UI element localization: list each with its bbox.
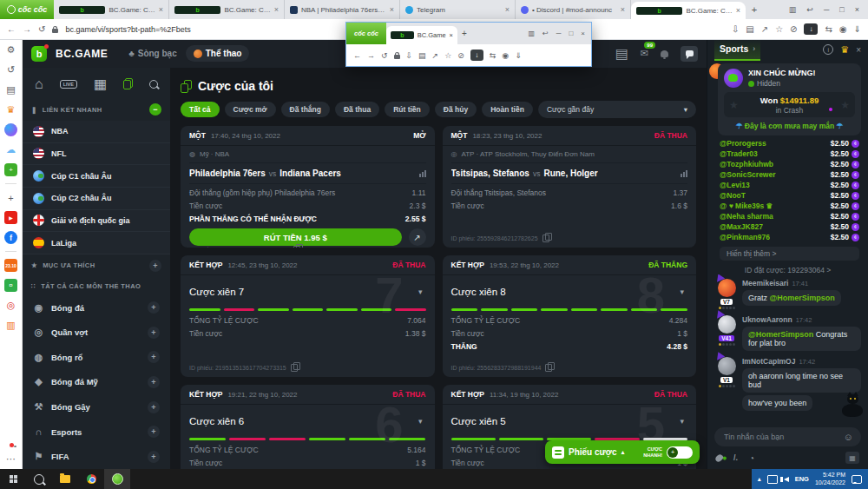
weather-icon[interactable]: ☁ (4, 143, 17, 156)
tab-bcgame-1[interactable]: bBC.Game: Crypto Casino Gan× (54, 0, 169, 19)
avatar[interactable] (718, 315, 736, 334)
sidebar-item-cup-c1[interactable]: Cúp C1 châu Âu (23, 165, 170, 188)
profile-icon[interactable]: ◉ (839, 24, 847, 34)
tab-nba[interactable]: NBA | Philadelphia 76ers vs I× (285, 0, 400, 19)
reading-list-icon[interactable]: ▤ (4, 83, 17, 96)
sync-icon[interactable]: ⇆ (825, 24, 832, 34)
parlay-title-row[interactable]: Cược xiên 77▾ (189, 275, 426, 308)
rewards-crown-icon[interactable]: ♛ (4, 103, 17, 116)
sync-icon[interactable]: ⇆ (490, 51, 496, 60)
expand-icon[interactable]: + (148, 301, 160, 314)
winner-avatar[interactable] (724, 69, 743, 88)
close-button[interactable]: × (855, 5, 859, 14)
youtube-icon[interactable]: ▶ (4, 211, 17, 224)
expand-icon[interactable]: + (148, 426, 160, 438)
nav-sports[interactable]: Thể thao (186, 45, 250, 62)
save-icon[interactable]: ⇓ (515, 51, 522, 60)
sidebar-item-cup-c2[interactable]: Cúp C2 châu Âu (23, 188, 170, 210)
sidebar-item-cricket[interactable]: ⚒Bóng Gậy+ (23, 394, 170, 420)
sidebar-item-national-league[interactable]: Giải vô địch quốc gia (23, 210, 170, 233)
minimize-button[interactable]: ─ (556, 30, 562, 37)
chevron-down-icon[interactable]: ▾ (680, 417, 684, 426)
parlay-title-row[interactable]: Cược xiên 55▾ (451, 405, 688, 438)
alerts-bell-icon[interactable] (661, 50, 668, 57)
home-icon[interactable]: ⌂ (35, 76, 43, 92)
back-icon[interactable]: ← (353, 51, 361, 60)
bet-card-parlay-8[interactable]: KẾT HỢP 19:53, 22 thg 10, 2022 ĐÃ THẮNG … (443, 255, 697, 377)
tab-close-icon[interactable]: × (505, 5, 510, 14)
rules-icon[interactable]: ◔ (749, 453, 754, 463)
tab-close-icon[interactable]: × (621, 5, 625, 14)
add-favorite-button[interactable]: + (149, 260, 161, 272)
shop-icon[interactable]: ¤ (4, 279, 17, 292)
mention[interactable]: @HomerSimpson (770, 294, 835, 302)
bet-card-single-atp[interactable]: MỘT 18:23, 23 thg 10, 2022 ĐÃ THUA ◎ATP … (443, 126, 697, 248)
parlay-title-row[interactable]: Cược xiên 66▾ (189, 405, 426, 438)
lock-icon[interactable] (394, 55, 400, 59)
share-bet-button[interactable]: ↗ (409, 228, 426, 246)
rain-username[interactable]: @NooT (720, 191, 746, 200)
language-indicator[interactable]: ENG (795, 475, 809, 483)
filter-refund[interactable]: Hoàn tiền (482, 102, 533, 117)
sale-calendar-icon[interactable]: 23.10 (4, 259, 17, 272)
action-center-icon[interactable] (852, 475, 862, 484)
sidebar-item-american-football[interactable]: ◆Bóng đá Mỹ+ (23, 370, 170, 395)
rain-row[interactable]: @Tozphkiuhwb$2.50¢ (720, 159, 859, 169)
winner-user[interactable]: Hidden (748, 79, 815, 88)
sidebar-item-fifa[interactable]: ⚑FIFA+ (23, 444, 170, 469)
maximize-button[interactable]: □ (839, 5, 844, 14)
messenger-icon[interactable] (4, 123, 17, 136)
download-page-icon[interactable]: ⇩ (732, 24, 739, 34)
tab-bcgame-2[interactable]: bBC.Game: Crypto Casino Gan× (169, 0, 285, 19)
rain-row[interactable]: @SonicScrewer$2.50¢ (720, 169, 859, 180)
url-text[interactable]: bc.game/vi/sports?bt-path=%2Fbets (65, 25, 190, 34)
new-tab-button[interactable]: + (746, 0, 763, 19)
save-icon[interactable]: ⇓ (854, 24, 861, 34)
message-bubble[interactable]: @HomerSimpson Congrats for plat bro (742, 327, 861, 351)
settings-icon[interactable]: ⚙ (4, 43, 17, 56)
bookmark-star-icon[interactable]: ☆ (775, 24, 783, 34)
file-explorer[interactable] (52, 469, 78, 489)
darts-icon[interactable]: ◎ (4, 299, 17, 312)
coccoc-logo[interactable]: cốc cốc (0, 0, 54, 19)
chat-input[interactable] (722, 432, 839, 442)
expand-icon[interactable]: + (148, 451, 160, 463)
tab-close-icon[interactable]: × (274, 5, 279, 14)
chat-channel-sports[interactable]: Sports› (714, 39, 760, 61)
back-icon[interactable]: ← (7, 24, 16, 34)
close-chat-icon[interactable]: × (856, 45, 861, 55)
tab-close-icon[interactable]: × (736, 6, 740, 15)
forward-icon[interactable]: → (23, 24, 31, 34)
rain-row[interactable]: @Trader03$2.50¢ (720, 149, 859, 159)
lock-icon[interactable] (52, 29, 58, 33)
sidebar-item-laliga[interactable]: LaLiga (23, 232, 170, 254)
info-icon[interactable]: i (823, 44, 833, 55)
chat-bet-id[interactable]: ID đặt cược: 192293064 > (707, 266, 868, 274)
message-bubble[interactable]: how've you been (742, 395, 812, 411)
commands-icon[interactable]: /. (733, 453, 738, 462)
betslip-button[interactable]: Phiếu cược ▴ CƯỢCNHANH! + (545, 440, 700, 464)
filter-all[interactable]: Tất cả (181, 102, 220, 117)
rain-username[interactable]: @Neha sharma (720, 212, 773, 221)
sidebar-item-esports[interactable]: ∩Esports+ (23, 420, 170, 445)
rain-username[interactable]: @SonicScrewer (720, 170, 776, 179)
more-icon[interactable]: ⋯ (4, 453, 17, 466)
share-icon[interactable]: ↗ (761, 24, 768, 34)
tab-close-icon[interactable]: × (159, 5, 163, 14)
bet-card-parlay-7[interactable]: KẾT HỢP 12:45, 23 thg 10, 2022 ĐÃ THUA C… (181, 255, 435, 377)
maximize-button[interactable]: □ (569, 30, 573, 37)
share-icon[interactable]: ↗ (432, 51, 439, 60)
new-tab-button[interactable]: + (457, 29, 471, 38)
tab-close-icon[interactable]: × (390, 5, 394, 14)
collapse-quick-links-button[interactable]: − (149, 103, 161, 116)
calendar-icon[interactable]: ▦ (94, 76, 107, 92)
rain-username[interactable]: @Trader03 (720, 149, 758, 158)
match-row[interactable]: Tsitsipas, StefanosvsRune, Holger (451, 163, 688, 184)
message-author[interactable]: Meemikeisari17:41 (742, 279, 861, 287)
side-panel-icon[interactable]: ▥ (789, 5, 797, 14)
network-icon[interactable] (767, 475, 778, 484)
close-button[interactable]: × (581, 30, 585, 37)
start-button[interactable] (0, 469, 26, 489)
chevron-down-icon[interactable]: ▾ (680, 287, 684, 296)
forward-icon[interactable]: → (367, 51, 375, 60)
